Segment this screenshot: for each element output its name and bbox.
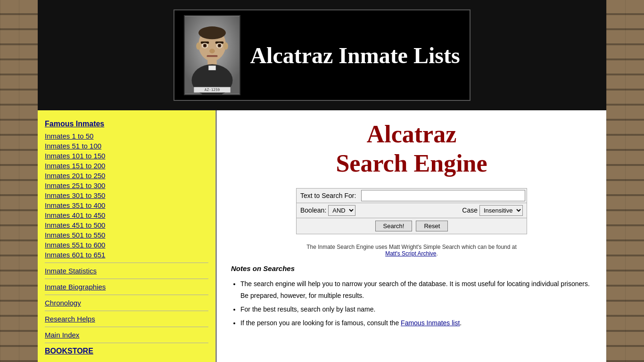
reset-button[interactable]: Reset [416, 221, 448, 231]
sidebar-inmate-link-12[interactable]: Inmates 601 to 651 [45, 251, 208, 259]
matts-script-archive-link[interactable]: Matt's Script Archive [385, 250, 436, 257]
sidebar-inmate-link-9[interactable]: Inmates 451 to 500 [45, 221, 208, 229]
notes-item-1: The search engine will help you to narro… [240, 278, 592, 302]
svg-rect-18 [207, 55, 218, 57]
sidebar-item-inmate-statistics[interactable]: Inmate Statistics [45, 267, 208, 275]
boolean-select[interactable]: AND OR NOT [328, 205, 355, 216]
sidebar-item-bookstore[interactable]: BOOKSTORE [45, 347, 208, 355]
svg-text:AZ-1259: AZ-1259 [205, 88, 220, 92]
header-title: Alcatraz Inmate Lists [250, 42, 460, 68]
svg-rect-5 [209, 66, 216, 70]
sidebar-inmate-link-10[interactable]: Inmates 501 to 550 [45, 231, 208, 239]
sidebar-inmate-link-7[interactable]: Inmates 351 to 400 [45, 201, 208, 209]
search-form: Text to Search For: Boolean: AND OR NOT … [296, 188, 527, 234]
svg-point-6 [197, 42, 201, 49]
inmate-links-list: Inmates 1 to 50Inmates 51 to 100Inmates … [45, 132, 208, 259]
sidebar-item-inmate-biographies[interactable]: Inmate Biographies [45, 283, 208, 291]
notes-list: The search engine will help you to narro… [240, 278, 592, 329]
sidebar-separator-3 [45, 295, 208, 295]
sidebar-item-research-helps[interactable]: Research Helps [45, 315, 208, 323]
sidebar-inmate-link-4[interactable]: Inmates 201 to 250 [45, 172, 208, 180]
header-mugshot: AZ-1259 [184, 15, 240, 95]
content-area: Alcatraz Search Engine Text to Search Fo… [217, 110, 606, 362]
sidebar-inmate-link-0[interactable]: Inmates 1 to 50 [45, 132, 208, 140]
search-options-row: Boolean: AND OR NOT Case Insensitive Sen… [297, 203, 527, 218]
right-brick-column [606, 0, 644, 362]
case-select[interactable]: Insensitive Sensitive [479, 205, 523, 216]
notes-item-3: If the person you are looking for is fam… [240, 317, 592, 329]
search-button[interactable]: Search! [375, 221, 413, 231]
sidebar: Famous Inmates Inmates 1 to 50Inmates 51… [38, 110, 217, 362]
main-layout: Famous Inmates Inmates 1 to 50Inmates 51… [38, 110, 606, 362]
sidebar-separator-2 [45, 279, 208, 279]
header-section: AZ-1259 Alcatraz Inmate Lists [38, 0, 606, 110]
notes-heading: Notes on Searches [231, 264, 592, 272]
svg-point-16 [219, 45, 221, 47]
header-inner: AZ-1259 Alcatraz Inmate Lists [173, 9, 470, 101]
svg-point-8 [198, 26, 226, 39]
sidebar-item-chronology[interactable]: Chronology [45, 299, 208, 307]
case-label: Case [462, 206, 478, 214]
notes-section: Notes on Searches The search engine will… [231, 264, 592, 329]
boolean-label: Boolean: [300, 206, 326, 214]
notes-item-2: For the best results, search only by las… [240, 304, 592, 315]
sidebar-inmate-link-2[interactable]: Inmates 101 to 150 [45, 152, 208, 160]
sidebar-inmate-link-6[interactable]: Inmates 301 to 350 [45, 191, 208, 199]
sidebar-inmate-link-1[interactable]: Inmates 51 to 100 [45, 142, 208, 150]
famous-inmates-link[interactable]: Famous Inmates list [401, 319, 460, 327]
credits-text: The Inmate Search Engine uses Matt Wrigh… [231, 244, 592, 257]
svg-point-7 [224, 42, 229, 49]
sidebar-inmate-link-8[interactable]: Inmates 401 to 450 [45, 211, 208, 219]
famous-inmates-heading[interactable]: Famous Inmates [45, 120, 208, 128]
sidebar-inmate-link-5[interactable]: Inmates 251 to 300 [45, 181, 208, 189]
sidebar-separator-1 [45, 263, 208, 263]
svg-point-15 [204, 45, 206, 47]
search-text-input[interactable] [361, 190, 525, 201]
sidebar-separator-4 [45, 311, 208, 311]
search-buttons-row: Search! Reset [297, 218, 527, 234]
sidebar-inmate-link-3[interactable]: Inmates 151 to 200 [45, 162, 208, 170]
sidebar-item-main-index[interactable]: Main Index [45, 331, 208, 339]
sidebar-separator-5 [45, 327, 208, 327]
search-text-row: Text to Search For: [297, 189, 527, 203]
svg-point-17 [210, 49, 215, 53]
page-main-title: Alcatraz Search Engine [231, 120, 592, 179]
center-content: AZ-1259 Alcatraz Inmate Lists Famous Inm… [38, 0, 606, 362]
sidebar-separator-6 [45, 343, 208, 343]
search-text-label: Text to Search For: [297, 190, 360, 201]
sidebar-inmate-link-11[interactable]: Inmates 551 to 600 [45, 241, 208, 249]
page-wrapper: AZ-1259 Alcatraz Inmate Lists Famous Inm… [0, 0, 644, 362]
left-brick-column [0, 0, 38, 362]
